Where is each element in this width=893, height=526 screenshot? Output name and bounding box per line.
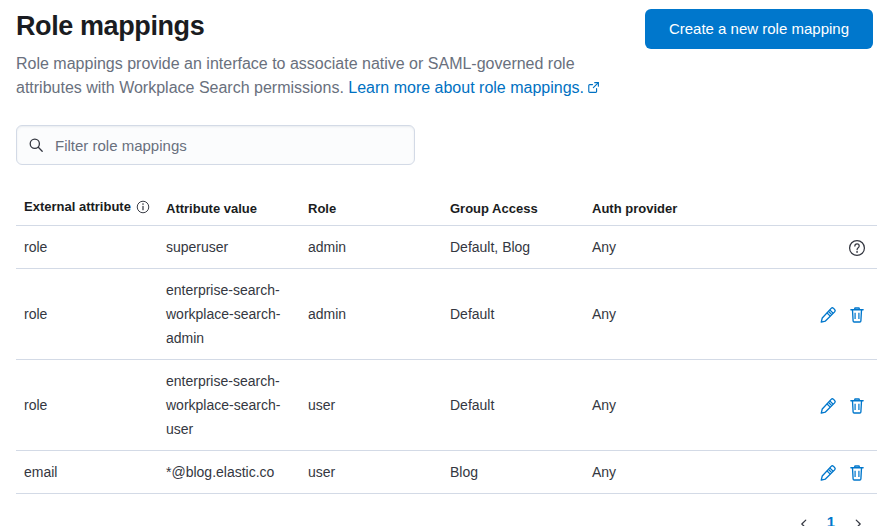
chevron-left-icon [797, 517, 811, 526]
page-description: Role mappings provide an interface to as… [16, 52, 616, 100]
row-actions [726, 226, 877, 269]
table-row: role superuser admin Default, Blog Any [16, 226, 877, 269]
role-mappings-table: External attribute Attribute value Role … [16, 192, 877, 494]
chevron-right-icon [851, 517, 865, 526]
column-header-role: Role [300, 192, 442, 226]
table-row: role enterprise-search-workplace-search-… [16, 360, 877, 451]
delete-icon-button[interactable] [848, 306, 866, 324]
column-header-auth-provider: Auth provider [584, 192, 726, 226]
cell-attribute-value: enterprise-search-workplace-search-user [158, 360, 300, 451]
cell-role: admin [300, 226, 442, 269]
cell-external-attribute: email [16, 451, 158, 494]
row-actions [726, 451, 877, 494]
column-header-label: External attribute [24, 199, 131, 214]
table-row: email *@blog.elastic.co user Blog Any [16, 451, 877, 494]
column-header-actions [726, 192, 877, 226]
column-header-attribute-value: Attribute value [158, 192, 300, 226]
cell-external-attribute: role [16, 269, 158, 360]
edit-icon-button[interactable] [819, 397, 837, 415]
table-header-row: External attribute Attribute value Role … [16, 192, 877, 226]
cell-external-attribute: role [16, 360, 158, 451]
cell-group-access: Default [442, 360, 584, 451]
info-icon[interactable] [136, 200, 150, 217]
external-link-icon [587, 81, 600, 94]
cell-external-attribute: role [16, 226, 158, 269]
cell-group-access: Blog [442, 451, 584, 494]
cell-group-access: Default [442, 269, 584, 360]
create-role-mapping-button[interactable]: Create a new role mapping [645, 9, 873, 49]
cell-auth-provider: Any [584, 451, 726, 494]
help-icon[interactable] [848, 239, 866, 257]
cell-attribute-value: enterprise-search-workplace-search-admin [158, 269, 300, 360]
delete-icon-button[interactable] [848, 397, 866, 415]
cell-role: admin [300, 269, 442, 360]
table-body: role superuser admin Default, Blog Any r… [16, 226, 877, 494]
table-row: role enterprise-search-workplace-search-… [16, 269, 877, 360]
cell-group-access: Default, Blog [442, 226, 584, 269]
cell-attribute-value: *@blog.elastic.co [158, 451, 300, 494]
page-title: Role mappings [16, 8, 616, 44]
cell-auth-provider: Any [584, 226, 726, 269]
edit-icon-button[interactable] [819, 306, 837, 324]
next-page-button[interactable] [845, 511, 871, 526]
page-number-1[interactable]: 1 [819, 513, 843, 526]
cell-role: user [300, 360, 442, 451]
learn-more-link-label: Learn more about role mappings. [348, 79, 584, 96]
current-page-label: 1 [824, 513, 838, 526]
row-actions [726, 269, 877, 360]
edit-icon-button[interactable] [819, 464, 837, 482]
cell-auth-provider: Any [584, 269, 726, 360]
header-text-block: Role mappings Role mappings provide an i… [16, 8, 616, 100]
cell-attribute-value: superuser [158, 226, 300, 269]
column-header-external-attribute: External attribute [16, 192, 158, 226]
learn-more-link[interactable]: Learn more about role mappings. [348, 79, 600, 96]
filter-search-box [16, 125, 415, 165]
cell-auth-provider: Any [584, 360, 726, 451]
column-header-group-access: Group Access [442, 192, 584, 226]
role-mappings-page: Role mappings Role mappings provide an i… [0, 0, 893, 526]
pagination: 1 [16, 511, 877, 526]
row-actions [726, 360, 877, 451]
filter-role-mappings-input[interactable] [16, 125, 415, 165]
page-header: Role mappings Role mappings provide an i… [16, 8, 877, 100]
previous-page-button[interactable] [791, 511, 817, 526]
delete-icon-button[interactable] [848, 464, 866, 482]
cell-role: user [300, 451, 442, 494]
